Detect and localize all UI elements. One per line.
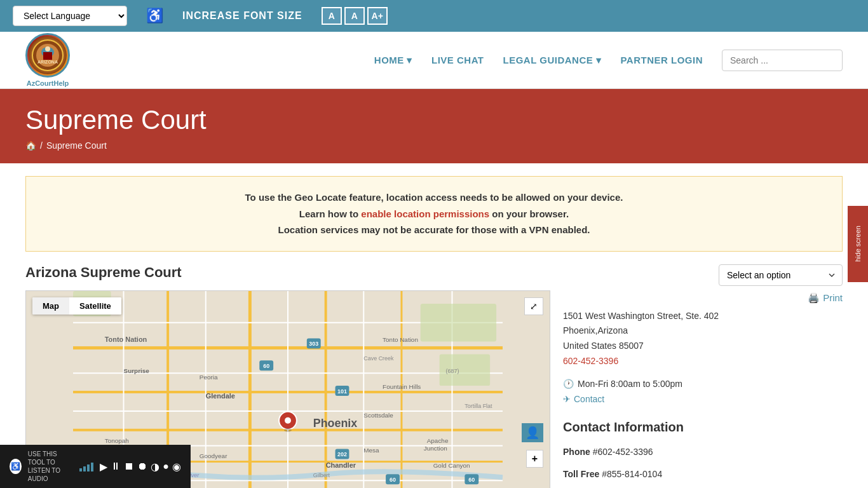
map-zoom-plus-btn[interactable]: + bbox=[526, 450, 543, 468]
address-phone[interactable]: 602-452-3396 bbox=[563, 356, 618, 366]
breadcrumb-home-icon[interactable]: 🏠 bbox=[25, 140, 36, 151]
map-tab-map[interactable]: Map bbox=[32, 297, 69, 315]
svg-point-4 bbox=[45, 46, 50, 51]
logo-area: ARIZONA AzCourtHelp bbox=[25, 33, 70, 87]
signal-bar-1 bbox=[79, 468, 82, 471]
hide-screen-tab[interactable]: hide screen bbox=[848, 206, 868, 282]
map-person-btn[interactable]: 👤 bbox=[522, 423, 543, 442]
audio-pause-btn[interactable]: ⏸ bbox=[111, 461, 121, 472]
svg-text:202: 202 bbox=[337, 451, 347, 458]
font-size-small-btn[interactable]: A bbox=[322, 7, 342, 25]
svg-text:303: 303 bbox=[309, 341, 318, 347]
svg-text:Mesa: Mesa bbox=[363, 446, 379, 453]
telegram-icon: ✈ bbox=[563, 394, 571, 404]
warning-line1: To use the Geo Locate feature, location … bbox=[245, 192, 623, 203]
svg-text:Tonto Nation: Tonto Nation bbox=[383, 336, 418, 342]
contact-tollfree-number: #855-814-0104 bbox=[602, 469, 662, 479]
nav-partner-login[interactable]: PARTNER LOGIN bbox=[620, 55, 703, 65]
enable-location-link[interactable]: enable location permissions bbox=[361, 208, 489, 219]
svg-text:101: 101 bbox=[337, 388, 347, 395]
svg-text:Tonto Nation: Tonto Nation bbox=[105, 335, 147, 342]
contact-info-box: Contact Information Phone #602-452-3396 … bbox=[563, 420, 843, 488]
svg-rect-25 bbox=[421, 303, 496, 341]
search-input[interactable] bbox=[722, 50, 843, 71]
logo-circle: ARIZONA bbox=[25, 33, 70, 78]
svg-text:60: 60 bbox=[390, 477, 396, 483]
warning-line2: Learn how to enable location permissions… bbox=[45, 206, 823, 222]
contact-tollfree-label: Toll Free bbox=[563, 469, 599, 479]
svg-text:Apache: Apache bbox=[427, 437, 449, 444]
nav-links: HOME ▾ LIVE CHAT LEGAL GUIDANCE ▾ PARTNE… bbox=[374, 50, 843, 71]
svg-text:Peoria: Peoria bbox=[200, 374, 218, 381]
svg-text:60: 60 bbox=[468, 477, 475, 483]
court-name: Arizona Supreme Court bbox=[25, 264, 550, 281]
font-size-large-btn[interactable]: A+ bbox=[367, 7, 388, 25]
signal-bar-3 bbox=[87, 464, 90, 471]
increase-font-label: INCREASE FONT SIZE bbox=[182, 10, 302, 22]
audio-accessibility-icon: ♿ bbox=[10, 459, 22, 474]
contact-link[interactable]: ✈ Contact bbox=[563, 394, 604, 404]
svg-text:Chandler: Chandler bbox=[326, 461, 356, 469]
audio-extra-btn[interactable]: ◉ bbox=[172, 461, 181, 473]
address-line1: 1501 West Washington Street, Ste. 402 bbox=[563, 309, 843, 324]
breadcrumb-current: Supreme Court bbox=[46, 140, 107, 151]
print-bar: Select an option bbox=[563, 264, 843, 286]
hours-text: Mon-Fri 8:00am to 5:00pm bbox=[578, 379, 682, 389]
svg-text:Junction: Junction bbox=[424, 444, 447, 451]
font-size-buttons: A A A+ bbox=[322, 7, 388, 25]
nav-live-chat[interactable]: LIVE CHAT bbox=[431, 55, 484, 65]
svg-text:(687): (687) bbox=[446, 368, 459, 374]
svg-text:Tonopah: Tonopah bbox=[105, 437, 129, 444]
font-size-medium-btn[interactable]: A bbox=[344, 7, 365, 25]
svg-rect-3 bbox=[43, 52, 52, 60]
nav-home[interactable]: HOME ▾ bbox=[374, 55, 412, 66]
warning-box: To use the Geo Locate feature, location … bbox=[25, 176, 843, 252]
page-title: Supreme Court bbox=[25, 105, 843, 135]
audio-stop-btn[interactable]: ⏹ bbox=[124, 461, 134, 472]
audio-record-btn[interactable]: ⏺ bbox=[137, 461, 147, 472]
accessibility-icon: ♿ bbox=[146, 8, 163, 24]
contact-phone-number: #602-452-3396 bbox=[593, 447, 653, 457]
signal-bar-4 bbox=[91, 463, 93, 471]
breadcrumb-separator: / bbox=[40, 140, 43, 151]
hide-screen-tab-wrapper: hide screen bbox=[848, 206, 868, 282]
map-fullscreen-btn[interactable]: ⤢ bbox=[524, 297, 543, 315]
audio-play-btn[interactable]: ▶ bbox=[100, 461, 107, 473]
print-btn[interactable]: 🖨️ Print bbox=[808, 292, 843, 304]
svg-text:Scottsdale: Scottsdale bbox=[363, 411, 393, 418]
print-icon: 🖨️ bbox=[808, 292, 820, 304]
svg-text:Gold Canyon: Gold Canyon bbox=[433, 462, 470, 469]
logo-image: ARIZONA bbox=[29, 36, 67, 74]
svg-text:Tortilla Flat: Tortilla Flat bbox=[465, 402, 492, 409]
warning-line3: Location services may not be accurate fo… bbox=[278, 224, 590, 235]
top-bar: Select Language ♿ INCREASE FONT SIZE A A… bbox=[0, 0, 868, 32]
address-city: Phoenix,Arizona bbox=[563, 323, 843, 339]
address-block: 1501 West Washington Street, Ste. 402 Ph… bbox=[563, 309, 843, 369]
svg-text:Surprise: Surprise bbox=[124, 367, 150, 374]
nav-legal-guidance[interactable]: LEGAL GUIDANCE ▾ bbox=[503, 55, 602, 66]
contact-tollfree-row: Toll Free #855-814-0104 bbox=[563, 468, 843, 481]
audio-dark-btn[interactable]: ● bbox=[163, 461, 169, 472]
hours-row: 🕐 Mon-Fri 8:00am to 5:00pm bbox=[563, 379, 843, 389]
svg-text:Glendale: Glendale bbox=[206, 392, 235, 400]
contact-phone-label: Phone bbox=[563, 447, 590, 457]
right-column: Select an option 🖨️ Print 1501 West Wash… bbox=[563, 264, 843, 489]
language-select[interactable]: Select Language bbox=[13, 6, 127, 26]
map-tab-satellite[interactable]: Satellite bbox=[69, 297, 121, 315]
select-option-dropdown[interactable]: Select an option bbox=[719, 264, 843, 286]
hero-banner: Supreme Court 🏠 / Supreme Court bbox=[0, 89, 868, 163]
svg-text:Phoenix: Phoenix bbox=[313, 416, 358, 429]
audio-contrast-btn[interactable]: ◑ bbox=[151, 461, 159, 473]
logo-text: AzCourtHelp bbox=[27, 79, 69, 87]
signal-bar-2 bbox=[83, 466, 86, 471]
print-label: Print bbox=[823, 292, 843, 303]
svg-text:Cave Creek: Cave Creek bbox=[363, 355, 394, 362]
svg-text:ARIZONA: ARIZONA bbox=[37, 60, 58, 64]
svg-text:Fountain Hills: Fountain Hills bbox=[383, 383, 421, 390]
clock-icon: 🕐 bbox=[563, 379, 574, 389]
contact-label: Contact bbox=[574, 394, 604, 404]
svg-point-65 bbox=[285, 417, 291, 423]
audio-controls: ▶ ⏸ ⏹ ⏺ ◑ ● ◉ bbox=[100, 461, 181, 473]
svg-text:Gilbert: Gilbert bbox=[313, 472, 330, 478]
contact-phone-row: Phone #602-452-3396 bbox=[563, 445, 843, 459]
